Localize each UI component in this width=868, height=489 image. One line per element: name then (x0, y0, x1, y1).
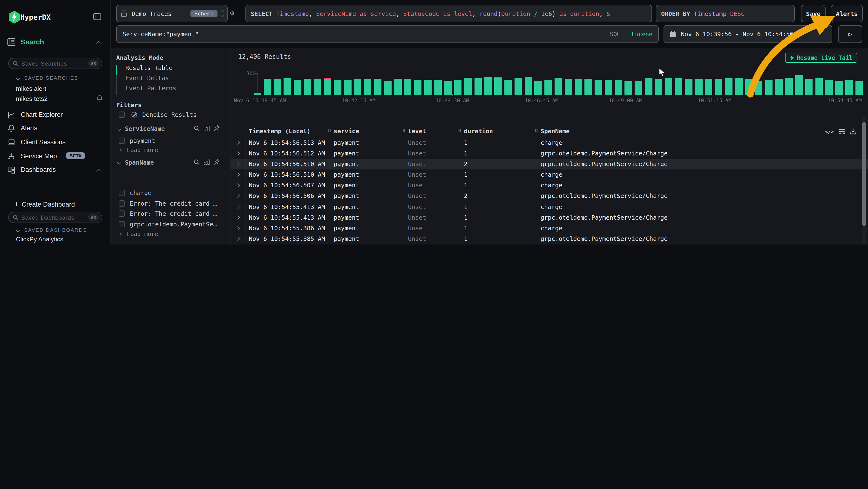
histogram-bar[interactable] (795, 75, 803, 95)
sidebar-item-client-sessions[interactable]: Client Sessions (0, 138, 111, 148)
histogram-bar[interactable] (575, 79, 582, 95)
saved-searches-input[interactable]: Saved Searches ⌘K (8, 58, 102, 69)
histogram-bar[interactable] (434, 80, 442, 95)
filter-option[interactable]: grpc.oteldemo.PaymentSe… (119, 219, 227, 229)
histogram-bar[interactable] (775, 79, 783, 95)
col-timestamp[interactable]: Timestamp (Local) (249, 127, 311, 135)
histogram-bar[interactable] (364, 79, 372, 95)
lucene-mode-toggle[interactable]: Lucene (631, 31, 652, 37)
histogram-bar[interactable] (384, 80, 392, 95)
table-row[interactable]: Nov 6 10:54:55.413 AMpaymentUnset1grpc.o… (230, 212, 868, 223)
hyperdx-logo-icon[interactable] (8, 10, 20, 24)
search-icon[interactable] (194, 159, 199, 165)
chart-icon[interactable] (204, 159, 210, 165)
col-level[interactable]: level (408, 127, 426, 135)
sidebar-item-chart-explorer[interactable]: Chart Explorer (0, 110, 111, 121)
histogram-bar[interactable] (675, 79, 682, 95)
histogram-bar[interactable] (514, 78, 522, 95)
histogram-bar[interactable] (324, 79, 331, 95)
checkbox[interactable] (119, 211, 125, 217)
table-row[interactable]: Nov 6 10:54:55.386 AMpaymentUnset1charge (230, 223, 868, 234)
row-expander-icon[interactable] (236, 173, 240, 177)
histogram-bar[interactable] (825, 80, 833, 95)
filter-group-spanname[interactable]: SpanName (118, 159, 227, 166)
histogram-bar[interactable] (645, 78, 652, 95)
histogram-bar[interactable] (755, 81, 763, 95)
histogram-bar[interactable] (595, 80, 602, 95)
histogram-bar[interactable] (695, 79, 702, 95)
pin-icon[interactable] (214, 125, 220, 131)
histogram-bar[interactable] (294, 79, 301, 95)
histogram-bar[interactable] (454, 80, 462, 95)
histogram-bar[interactable] (856, 80, 863, 95)
histogram-bar[interactable] (314, 79, 321, 95)
pin-icon[interactable] (214, 159, 220, 165)
search-icon[interactable] (194, 125, 199, 131)
checkbox[interactable] (119, 200, 125, 207)
histogram[interactable] (254, 75, 863, 95)
sidebar-item-search[interactable]: Search (0, 37, 111, 49)
histogram-bar[interactable] (545, 80, 552, 95)
histogram-bar[interactable] (835, 81, 843, 95)
table-row[interactable]: Nov 6 10:54:55.375 AMpaymentUnset1grpc.o… (230, 244, 868, 244)
histogram-bar[interactable] (274, 79, 281, 95)
saved-dashboards-input[interactable]: Saved Dashboards ⌘K (8, 212, 102, 223)
histogram-bar[interactable] (485, 78, 492, 95)
table-row[interactable]: Nov 6 10:54:56.507 AMpaymentUnset1charge (230, 180, 868, 191)
histogram-bar[interactable] (725, 78, 733, 95)
filter-group-servicename[interactable]: ServiceName (118, 125, 227, 132)
row-expander-icon[interactable] (236, 183, 240, 187)
histogram-bar[interactable] (615, 80, 622, 95)
mode-event-patterns[interactable]: Event Patterns (116, 84, 222, 95)
histogram-bar[interactable] (304, 79, 311, 95)
saved-dashboard-item[interactable]: Simple Dashboard (16, 243, 67, 244)
histogram-bar[interactable] (534, 81, 542, 95)
histogram-bar[interactable] (504, 79, 512, 95)
histogram-bar[interactable] (494, 78, 502, 95)
load-more-spanname[interactable]: Load more (119, 231, 158, 237)
filter-option[interactable]: charge (119, 188, 227, 198)
histogram-bar[interactable] (635, 81, 642, 95)
chevron-up-icon[interactable] (96, 169, 101, 174)
run-query-button[interactable]: ▷ (838, 25, 862, 43)
alerts-button[interactable]: Alerts (831, 5, 863, 22)
table-row[interactable]: Nov 6 10:54:56.506 AMpaymentUnset2grpc.o… (230, 191, 868, 202)
order-by-input[interactable]: ORDER BY Timestamp DESC (656, 5, 795, 22)
checkbox[interactable] (119, 221, 125, 227)
histogram-bar[interactable] (354, 79, 362, 95)
saved-dashboard-item[interactable]: ClickPy Analytics (16, 235, 67, 243)
sidebar-item-dashboards[interactable]: Dashboards (0, 165, 111, 176)
col-service[interactable]: service (334, 127, 359, 135)
sidebar-item-service-map[interactable]: Service Map BETA (0, 151, 111, 162)
filter-option[interactable]: Error: The credit card … (119, 198, 227, 208)
mode-event-deltas[interactable]: Event Deltas (116, 74, 222, 84)
chevron-up-icon[interactable] (96, 41, 101, 46)
table-row[interactable]: Nov 6 10:54:55.413 AMpaymentUnset1charge (230, 202, 868, 212)
table-row[interactable]: Nov 6 10:54:56.513 AMpaymentUnset1charge (230, 138, 868, 148)
histogram-bar[interactable] (284, 78, 291, 95)
histogram-bar[interactable] (555, 78, 562, 95)
histogram-bar[interactable] (625, 80, 632, 95)
row-expander-icon[interactable] (236, 205, 240, 209)
row-expander-icon[interactable] (236, 226, 240, 230)
histogram-bar[interactable] (334, 80, 341, 95)
filter-option[interactable]: payment (119, 136, 227, 146)
histogram-bar[interactable] (464, 78, 472, 95)
col-duration[interactable]: duration (464, 127, 493, 135)
histogram-bar[interactable] (605, 80, 612, 95)
saved-search-item[interactable]: mikes alert (16, 84, 46, 93)
table-row[interactable]: Nov 6 10:54:55.385 AMpaymentUnset1grpc.o… (230, 234, 868, 244)
row-expander-icon[interactable] (236, 237, 240, 241)
histogram-bar[interactable] (524, 77, 532, 95)
chart-icon[interactable] (204, 125, 210, 131)
histogram-bar[interactable] (785, 78, 793, 95)
row-expander-icon[interactable] (236, 162, 240, 166)
source-select[interactable]: Demo Traces Schema (116, 5, 227, 22)
table-row[interactable]: Nov 6 10:54:56.512 AMpaymentUnset1grpc.o… (230, 148, 868, 159)
drag-handle-icon[interactable]: ⠿ (458, 128, 461, 133)
code-view-icon[interactable]: </> (825, 128, 834, 134)
histogram-bar[interactable] (404, 79, 411, 95)
sql-select-input[interactable]: SELECT Timestamp, ServiceName as service… (245, 5, 652, 22)
denoise-results-toggle[interactable]: Denoise Results (119, 111, 197, 118)
date-range-picker[interactable]: Nov 6 10:39:56 - Nov 6 10:54:56 (663, 25, 832, 43)
